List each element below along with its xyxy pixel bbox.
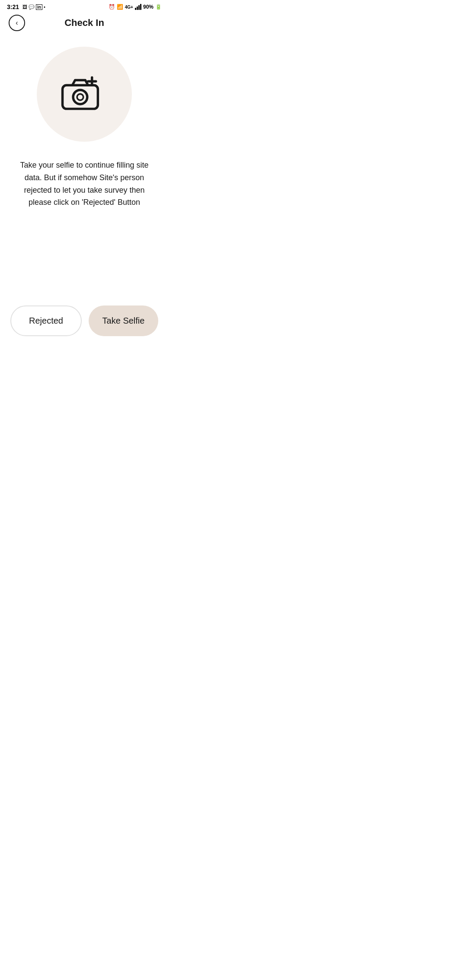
network-icon: 4G+ (125, 5, 133, 10)
status-right-icons: ⏰ 📶 4G+ 90% 🔋 (109, 4, 162, 10)
signal-bars (135, 4, 141, 10)
camera-circle-bg[interactable] (37, 47, 132, 142)
camera-svg (61, 75, 104, 111)
rejected-button[interactable]: Rejected (10, 305, 82, 336)
camera-add-icon (61, 75, 108, 114)
page-title: Check In (64, 17, 104, 29)
description-text: Take your selfie to continue filling sit… (15, 159, 154, 209)
gallery-icon: 🖼 (22, 4, 27, 10)
message-icon: 💬 (29, 4, 35, 10)
svg-point-1 (73, 90, 87, 104)
dot-indicator: • (44, 4, 45, 10)
status-time: 3:21 🖼 💬 in • (7, 3, 45, 10)
battery-text: 90% (143, 4, 154, 10)
svg-point-2 (77, 94, 83, 100)
wifi-icon: 📶 (117, 4, 123, 10)
linkedin-icon: in (36, 4, 42, 10)
back-chevron-icon: ‹ (16, 19, 18, 26)
status-bar: 3:21 🖼 💬 in • ⏰ 📶 4G+ 90% 🔋 (0, 0, 169, 12)
bottom-buttons: Rejected Take Selfie (0, 297, 169, 353)
alarm-icon: ⏰ (109, 4, 115, 10)
battery-icon: 🔋 (155, 4, 162, 10)
back-button[interactable]: ‹ (9, 15, 25, 31)
status-icons-left: 🖼 💬 in • (22, 4, 45, 10)
main-content: Take your selfie to continue filling sit… (0, 34, 169, 297)
header: ‹ Check In (0, 12, 169, 34)
take-selfie-button[interactable]: Take Selfie (89, 305, 158, 336)
